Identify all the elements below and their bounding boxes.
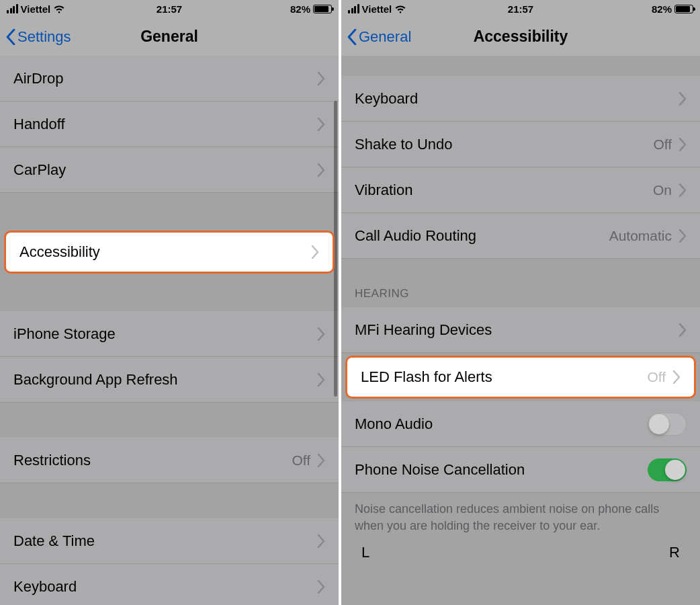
balance-right-label: R [669,544,680,561]
row-label: Background App Refresh [13,371,317,389]
row-restrictions[interactable]: Restrictions Off [0,438,339,483]
wifi-icon [394,4,406,13]
row-label: Keyboard [355,90,679,108]
wifi-icon [53,4,65,13]
row-value: Off [292,452,310,469]
balance-labels: L R [341,534,700,561]
clock: 21:57 [463,3,578,15]
toggle-mono-audio[interactable] [648,413,687,436]
toggle-noise-cancellation[interactable] [648,458,687,481]
row-led-flash-for-alerts[interactable]: LED Flash for Alerts Off [345,356,696,399]
chevron-right-icon [679,184,687,197]
status-bar: Viettel 21:57 82% [0,0,339,17]
row-label: Call Audio Routing [355,227,609,245]
battery-icon [313,5,332,13]
chevron-right-icon [317,534,325,548]
back-button[interactable]: General [347,28,411,46]
row-accessibility[interactable]: Accessibility [4,231,335,274]
nav-header: General Accessibility [341,17,700,56]
status-bar: Viettel 21:57 82% [341,0,700,17]
chevron-right-icon [679,92,687,106]
row-label: CarPlay [13,161,317,179]
screen-general: Viettel 21:57 82% Settings General AirDr… [0,0,339,605]
row-mono-audio[interactable]: Mono Audio [341,401,700,447]
row-vibration[interactable]: Vibration On [341,167,700,213]
row-label: LED Flash for Alerts [361,368,647,386]
section-header-hearing: HEARING [341,259,700,307]
row-value: On [653,182,672,198]
row-airdrop[interactable]: AirDrop [0,56,339,102]
row-handoff[interactable]: Handoff [0,102,339,147]
row-call-audio-routing[interactable]: Call Audio Routing Automatic [341,213,700,259]
chevron-right-icon [311,245,319,259]
row-date-time[interactable]: Date & Time [0,518,339,564]
chevron-right-icon [317,454,325,467]
row-label: Handoff [13,116,317,133]
group-separator [0,403,339,438]
row-keyboard[interactable]: Keyboard [0,564,339,605]
chevron-right-icon [317,163,325,177]
chevron-right-icon [317,72,325,85]
row-label: Accessibility [19,243,311,261]
back-label: Settings [17,28,71,46]
row-label: Phone Noise Cancellation [355,461,648,479]
row-label: Restrictions [13,452,292,469]
carrier-label: Viettel [362,3,392,15]
row-label: MFi Hearing Devices [355,321,679,339]
row-carplay[interactable]: CarPlay [0,147,339,193]
group-separator [0,276,339,311]
chevron-right-icon [679,323,687,337]
row-label: Date & Time [13,532,317,550]
section-footer-note: Noise cancellation reduces ambient noise… [341,493,700,534]
group-separator [0,483,339,518]
row-label: Vibration [355,182,653,199]
row-background-refresh[interactable]: Background App Refresh [0,357,339,403]
row-label: iPhone Storage [13,325,317,343]
row-mfi-hearing-devices[interactable]: MFi Hearing Devices [341,307,700,353]
chevron-right-icon [679,138,687,151]
row-iphone-storage[interactable]: iPhone Storage [0,311,339,357]
group-separator [0,193,339,228]
chevron-right-icon [679,229,687,243]
battery-pct: 82% [652,3,672,15]
chevron-right-icon [317,118,325,131]
chevron-right-icon [317,580,325,594]
row-value: Off [653,136,672,153]
nav-header: Settings General [0,17,339,56]
back-button[interactable]: Settings [5,28,71,46]
row-label: Keyboard [13,578,317,596]
chevron-right-icon [672,370,681,384]
signal-icon [348,4,359,13]
row-label: AirDrop [13,70,317,87]
row-shake-to-undo[interactable]: Shake to Undo Off [341,122,700,167]
row-keyboard[interactable]: Keyboard [341,76,700,122]
back-label: General [359,28,411,46]
clock: 21:57 [115,3,223,15]
row-label: Mono Audio [355,415,648,433]
row-label: Shake to Undo [355,136,653,153]
chevron-right-icon [317,327,325,341]
signal-icon [7,4,18,13]
row-value: Automatic [609,228,672,244]
row-phone-noise-cancellation[interactable]: Phone Noise Cancellation [341,447,700,493]
balance-left-label: L [361,544,369,561]
carrier-label: Viettel [21,3,51,15]
screen-accessibility: Viettel 21:57 82% General Accessibility … [341,0,700,605]
battery-pct: 82% [290,3,310,15]
row-value: Off [647,369,666,385]
chevron-right-icon [317,373,325,387]
group-separator [341,56,700,76]
battery-icon [674,5,693,13]
